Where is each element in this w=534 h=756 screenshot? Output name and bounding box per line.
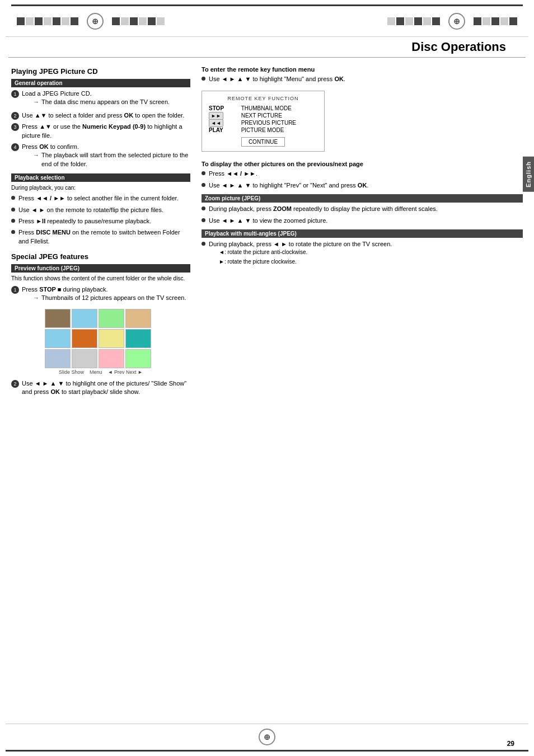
page-title: Disc Operations [8,37,526,58]
compass-icon-right: ⊕ [448,13,465,30]
key-ff: ►► [209,112,241,119]
step-1-content: Load a JPEG Picture CD. → The data disc … [22,90,190,109]
checker-right-1 [112,17,165,25]
checker-cell [491,17,499,25]
zoom-section: Zoom picture (JPEG) During playback, pre… [202,194,523,225]
left-column: Playing JPEG Picture CD General operatio… [11,66,190,400]
bullet-dot [11,219,15,223]
menu-label: Menu [90,369,102,375]
checker-cell [112,17,120,25]
checker-cell [17,17,25,25]
step-4-arrow: → The playback will start from the selec… [33,151,190,168]
step-3: 3 Press ▲▼ or use the Numeric Keypad (0-… [11,123,190,140]
checker-cell [130,17,138,25]
fn-prev: PREVIOUS PICTURE [241,119,317,126]
checker-cell [44,17,51,25]
remote-menu-title: To enter the remote key function menu [202,66,523,73]
step-num-2: 2 [11,112,19,120]
checker-cell [148,17,156,25]
thumb-row-3 [45,349,157,368]
checker-cell [35,17,43,25]
mb1-content: During playback, press ◄ ► to rotate the… [209,240,523,267]
checker-cell [157,17,165,25]
remote-menu-section: To enter the remote key function menu Us… [202,66,523,156]
thumb-2 [72,309,97,328]
thumb-nav: Slide Show Menu ◄ Prev Next ► [45,369,157,375]
step-4-content: Press OK to confirm. → The playback will… [22,143,190,170]
other-bullet-1: Press ◄◄ / ►►. [202,170,523,178]
other-pictures-section: To display the other pictures on the pre… [202,161,523,190]
zoom-bullet-1: During playback, press ZOOM repeatedly t… [202,205,523,213]
thumb-12 [125,349,151,368]
checker-cell [53,17,60,25]
checker-cell [509,17,517,25]
playing-jpeg-title: Playing JPEG Picture CD [11,67,190,76]
bullet-dot [202,77,205,81]
bullet-dot [11,230,15,234]
step-1: 1 Load a JPEG Picture CD. → The data dis… [11,90,190,109]
checker-cell [405,17,413,25]
preview-num-1: 1 [11,286,19,294]
checker-cell [432,17,440,25]
bullet-dot [11,196,15,200]
playback-bullet-1: Press ◄◄ / ►► to select another file in … [11,194,190,203]
remote-key-table: STOP THUMBNAIL MODE ►► NEXT PICTURE ◄◄ P [209,105,317,134]
bullet-dot [202,242,205,246]
ob1-content: Press ◄◄ / ►►. [209,170,523,178]
playback-bullet-2: Use ◄ ► on the remote to rotate/flip the… [11,206,190,214]
remote-key-row-ff: ►► NEXT PICTURE [209,112,317,119]
thumbnail-grid: Slide Show Menu ◄ Prev Next ► [45,309,157,375]
checker-cell [474,17,481,25]
remote-menu-bullet: Use ◄ ► ▲ ▼ to highlight "Menu" and pres… [202,75,523,83]
step-1-arrow: → The data disc menu appears on the TV s… [33,98,190,106]
thumb-11 [99,349,124,368]
key-rw: ◄◄ [209,119,241,126]
remote-key-title: REMOTE KEY FUNCTION [209,96,317,101]
checker-cell [483,17,490,25]
footer: ⊕ [0,724,534,756]
checker-right-2 [474,17,517,25]
checker-cell [423,17,431,25]
preview-step-1-content: Press STOP ■ during playback. → Thumbnai… [22,285,190,304]
bullet-dot [202,171,205,175]
thumb-10 [72,349,97,368]
key-stop: STOP [209,105,241,112]
checker-cell [500,17,508,25]
step-4: 4 Press OK to confirm. → The playback wi… [11,143,190,170]
step-num-4: 4 [11,143,19,151]
bottom-border [6,750,528,752]
preview-function-bar: Preview function (JPEG) [11,264,190,273]
step-2: 2 Use ▲▼ to select a folder and press OK… [11,111,190,120]
preview-num-2: 2 [11,380,19,388]
header-wrapper: ⊕ ⊕ [0,0,534,37]
thumb-row-2 [45,329,157,348]
step-2-content: Use ▲▼ to select a folder and press OK t… [22,111,190,120]
ob2-content: Use ◄ ► ▲ ▼ to highlight "Prev" or "Next… [209,181,523,190]
multiangle-bullet-1: During playback, press ◄ ► to rotate the… [202,240,523,267]
page-content: Playing JPEG Picture CD General operatio… [0,60,534,405]
general-operation-bar: General operation [11,79,190,87]
thumb-9 [45,349,71,368]
other-bullet-2: Use ◄ ► ▲ ▼ to highlight "Prev" or "Next… [202,181,523,190]
checker-cell [396,17,404,25]
zb2-content: Use ◄ ► ▲ ▼ to view the zoomed picture. [209,217,523,225]
thumb-1 [45,309,71,328]
pb4-content: Press DISC MENU on the remote to switch … [18,228,190,246]
playback-selection-bar: Playback selection [11,173,190,182]
multiangle-bar: Playback with multi-angles (JPEG) [202,229,523,238]
key-play: PLAY [209,126,241,134]
bullet-dot [11,208,15,212]
right-column: To enter the remote key function menu Us… [202,66,523,400]
preview-step-1-arrow: → Thumbnails of 12 pictures appears on t… [33,294,190,302]
thumb-7 [99,329,124,348]
compass-icon-left: ⊕ [87,13,104,30]
fn-picture: PICTURE MODE [241,126,317,134]
bullet-dot [202,218,205,222]
continue-button[interactable]: CONTINUE [241,137,285,147]
language-tab: English [523,157,534,192]
checker-cell [71,17,78,25]
zb1-content: During playback, press ZOOM repeatedly t… [209,205,523,213]
step-num-3: 3 [11,123,19,131]
thumb-row-1 [45,309,157,328]
preview-text: This function shows the content of the c… [11,275,190,283]
